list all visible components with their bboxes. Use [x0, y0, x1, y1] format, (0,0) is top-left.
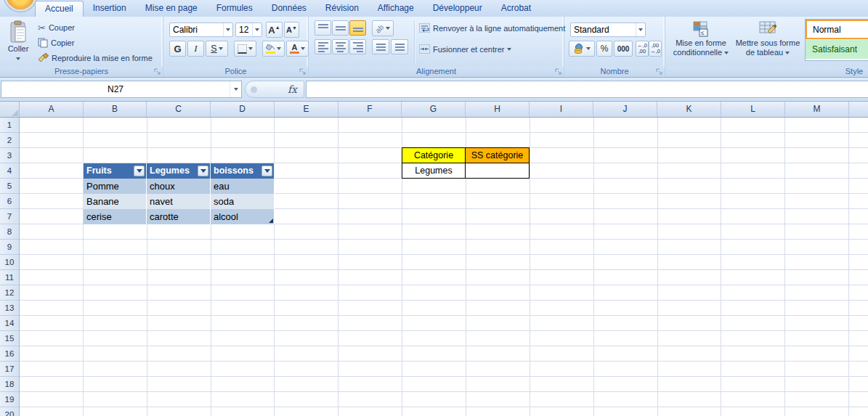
borders-button[interactable]	[234, 41, 256, 57]
align-top-button[interactable]	[315, 20, 331, 36]
merge-center-button[interactable]: Fusionner et centrer	[419, 44, 511, 54]
row-header-17[interactable]: 17	[0, 362, 19, 377]
row-header-2[interactable]: 2	[0, 133, 19, 148]
increase-indent-button[interactable]	[391, 39, 408, 54]
row-header-1[interactable]: 1	[0, 118, 19, 133]
column-header-m[interactable]: M	[785, 102, 849, 117]
style-satisfaisant[interactable]: Satisfaisant	[806, 39, 868, 59]
format-painter-button[interactable]: Reproduire la mise en forme	[38, 51, 153, 65]
select-all-corner[interactable]	[0, 102, 20, 117]
cell-c5[interactable]: choux	[147, 179, 211, 194]
tab-developpeur[interactable]: Développeur	[423, 1, 492, 17]
cell-b7[interactable]: cerise	[84, 209, 147, 224]
tab-accueil[interactable]: Accueil	[35, 1, 84, 17]
italic-button[interactable]: I	[187, 41, 204, 57]
align-center-button[interactable]	[332, 39, 349, 54]
office-button[interactable]	[6, 0, 35, 9]
insert-function-button[interactable]: fx	[288, 83, 297, 95]
filter-button-boissons[interactable]	[261, 166, 272, 176]
tab-revision[interactable]: Révision	[316, 1, 368, 17]
row-header-3[interactable]: 3	[0, 148, 19, 163]
row-header-5[interactable]: 5	[0, 179, 19, 194]
align-middle-button[interactable]	[332, 20, 349, 36]
row-header-19[interactable]: 19	[0, 392, 19, 407]
row-header-8[interactable]: 8	[0, 224, 19, 240]
column-header-j[interactable]: J	[593, 102, 657, 117]
row-header-18[interactable]: 18	[0, 377, 19, 392]
currency-format-button[interactable]	[569, 41, 595, 57]
paste-button[interactable]: Coller	[3, 19, 33, 65]
bold-button[interactable]: G	[169, 41, 186, 57]
cell-d6[interactable]: soda	[211, 194, 275, 209]
column-header-e[interactable]: E	[275, 102, 338, 117]
cell-d5[interactable]: eau	[211, 179, 275, 194]
format-as-table-button[interactable]: Mettre sous forme de tableau	[734, 18, 802, 66]
cell-h4-value[interactable]	[465, 163, 530, 179]
column-header-i[interactable]: I	[530, 102, 593, 117]
row-header-6[interactable]: 6	[0, 194, 19, 209]
tab-affichage[interactable]: Affichage	[368, 1, 423, 17]
column-header-l[interactable]: L	[721, 102, 785, 117]
row-header-16[interactable]: 16	[0, 346, 19, 362]
orientation-button[interactable]: ab	[372, 20, 394, 36]
column-header-g[interactable]: G	[402, 102, 466, 117]
column-header-c[interactable]: C	[147, 102, 211, 117]
name-box-dropdown[interactable]	[230, 81, 241, 97]
cell-g4-value[interactable]: Legumes	[402, 163, 466, 179]
cell-b6[interactable]: Banane	[84, 194, 147, 209]
align-left-button[interactable]	[315, 39, 331, 54]
dialog-launcher-alignement[interactable]	[555, 68, 562, 76]
column-header-a[interactable]: A	[20, 102, 84, 117]
align-right-button[interactable]	[349, 39, 366, 54]
filter-button-fruits[interactable]	[134, 166, 145, 176]
dialog-launcher-presse-papiers[interactable]	[154, 68, 161, 76]
table-header-boissons[interactable]: boissons	[211, 163, 275, 179]
cell-b5[interactable]: Pomme	[84, 179, 147, 194]
row-header-10[interactable]: 10	[0, 255, 19, 270]
grow-font-button[interactable]: A▲	[266, 22, 283, 38]
row-header-4[interactable]: 4	[0, 163, 19, 179]
column-header-b[interactable]: B	[84, 102, 147, 117]
align-bottom-button[interactable]	[349, 20, 366, 36]
cell-d7[interactable]: alcool	[211, 209, 275, 224]
table-header-fruits[interactable]: Fruits	[84, 163, 147, 179]
column-header-partial[interactable]	[849, 102, 868, 117]
decrease-indent-button[interactable]	[372, 39, 389, 54]
row-header-14[interactable]: 14	[0, 316, 19, 331]
decrease-decimal-button[interactable]: ,00→,0	[649, 41, 662, 57]
column-header-h[interactable]: H	[466, 102, 530, 117]
tab-mise-en-page[interactable]: Mise en page	[136, 1, 207, 17]
dialog-launcher-police[interactable]	[299, 68, 307, 76]
number-format-combo[interactable]: Standard	[570, 23, 646, 37]
cell-h3-ss-categorie[interactable]: SS catégorie	[465, 147, 530, 163]
row-header-12[interactable]: 12	[0, 285, 19, 301]
cell-g3-categorie[interactable]: Catégorie	[402, 147, 466, 163]
cut-button[interactable]: ✂ Couper	[38, 20, 75, 35]
name-box[interactable]: N27	[1, 81, 242, 98]
row-header-13[interactable]: 13	[0, 301, 19, 316]
tab-donnees[interactable]: Données	[262, 1, 316, 17]
column-header-k[interactable]: K	[657, 102, 721, 117]
cell-c7[interactable]: carotte	[147, 209, 211, 224]
row-header-15[interactable]: 15	[0, 331, 19, 346]
table-resize-handle[interactable]	[269, 219, 273, 223]
underline-button[interactable]: S	[206, 41, 228, 57]
formula-input[interactable]	[306, 81, 868, 98]
table-header-legumes[interactable]: Legumes	[147, 163, 211, 179]
thousands-separator-button[interactable]: 000	[614, 41, 633, 57]
increase-decimal-button[interactable]: ←,0,00	[636, 41, 649, 57]
style-normal[interactable]: Normal	[806, 20, 868, 39]
filter-button-legumes[interactable]	[198, 166, 208, 176]
tab-insertion[interactable]: Insertion	[84, 1, 136, 17]
cell-c6[interactable]: navet	[147, 194, 211, 209]
column-header-f[interactable]: F	[338, 102, 402, 117]
row-header-9[interactable]: 9	[0, 240, 19, 255]
percent-button[interactable]: %	[596, 41, 612, 57]
conditional-formatting-button[interactable]: ≤ Mise en forme conditionnelle	[670, 18, 732, 66]
font-color-button[interactable]: A	[286, 41, 309, 57]
tab-acrobat[interactable]: Acrobat	[492, 1, 540, 17]
fill-color-button[interactable]	[262, 41, 285, 57]
copy-button[interactable]: Copier	[38, 36, 74, 50]
row-header-20[interactable]: 20	[0, 407, 19, 416]
row-header-7[interactable]: 7	[0, 209, 19, 224]
